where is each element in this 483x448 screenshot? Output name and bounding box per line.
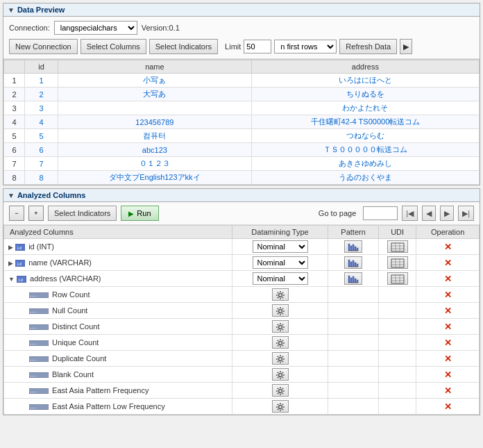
delete-icon[interactable]: ✕ [444, 322, 452, 332]
sub-row-type [232, 367, 328, 383]
sub-gear-button[interactable] [272, 400, 289, 413]
sub-row-udi [379, 287, 416, 303]
page-input[interactable] [363, 206, 398, 220]
connection-row: Connection: langspecialchars Version:0.1 [9, 21, 474, 35]
delete-icon[interactable]: ✕ [444, 385, 452, 396]
sub-gear-button[interactable] [272, 336, 289, 349]
sub-row-type [232, 383, 328, 399]
select-indicators-analyzed-button[interactable]: Select Indicators [48, 206, 117, 221]
delete-icon[interactable]: ✕ [444, 290, 452, 300]
delete-icon[interactable]: ✕ [444, 338, 452, 348]
analyzed-col-op: ✕ [416, 271, 480, 287]
panel-collapse-icon[interactable]: ▼ [8, 6, 15, 14]
rows-select[interactable]: n first rows [274, 40, 337, 53]
cell-id: 6 [25, 143, 58, 157]
table-row: 1 1 小写ぁ いろはにほへと [4, 74, 480, 88]
analyzed-col-udi[interactable] [379, 271, 416, 287]
sub-row-op: ✕ [416, 303, 480, 319]
svg-rect-18 [355, 263, 356, 267]
analyzed-col-pattern[interactable] [328, 239, 379, 255]
sub-row-udi [379, 319, 416, 335]
table-row: 8 8 ダ中文ブEnglish123アkkイ うゐのおくやま [4, 171, 480, 185]
analyzed-col-udi[interactable] [379, 255, 416, 271]
table-row: 7 7 ０１２３ あきさゆめみし [4, 157, 480, 171]
analyzed-collapse-icon[interactable]: ▼ [8, 192, 15, 199]
cell-address: つねならむ [251, 129, 479, 143]
delete-icon[interactable]: ✕ [444, 306, 452, 316]
analyzed-type-header: Datamining Type [232, 226, 328, 239]
delete-col-icon[interactable]: ✕ [444, 274, 452, 284]
sub-row-op: ✕ [416, 383, 480, 399]
analyzed-col-pattern[interactable] [328, 255, 379, 271]
svg-rect-6 [357, 248, 358, 251]
svg-rect-34 [391, 275, 404, 283]
analyzed-sub-row: ~~~ East Asia Pattern Low Frequency ✕ [4, 399, 480, 415]
collapse-all-button[interactable]: − [9, 206, 24, 221]
col-display-name: address (VARCHAR) [30, 274, 101, 283]
sub-row-label: Distinct Count [52, 322, 99, 331]
analyzed-col-udi[interactable] [379, 239, 416, 255]
sub-gear-button[interactable] [272, 304, 289, 317]
col-display-name: name (VARCHAR) [28, 258, 92, 267]
run-button[interactable]: ▶ Run [121, 206, 158, 221]
pattern-button[interactable] [344, 240, 362, 253]
delete-icon[interactable]: ✕ [444, 354, 452, 364]
nav-first-button[interactable]: |◀ [402, 206, 418, 221]
select-columns-button[interactable]: Select Columns [80, 39, 146, 54]
cell-id: 2 [25, 88, 58, 101]
cell-name: 大写あ [58, 88, 252, 101]
sub-row-udi [379, 367, 416, 383]
svg-rect-30 [353, 276, 354, 283]
sub-gear-button[interactable] [272, 384, 289, 397]
pattern-button[interactable] [344, 256, 362, 269]
cell-address: うゐのおくやま [251, 171, 479, 185]
delete-col-icon[interactable]: ✕ [444, 242, 452, 252]
svg-point-59 [278, 390, 282, 393]
type-select[interactable]: Nominal Continuous [253, 256, 308, 269]
sub-row-op: ✕ [416, 335, 480, 351]
sub-row-op: ✕ [416, 319, 480, 335]
sub-gear-button[interactable] [272, 288, 289, 301]
udi-button[interactable] [387, 240, 408, 253]
extra-button[interactable]: ▶ [400, 39, 412, 54]
svg-text:~~~: ~~~ [30, 358, 36, 362]
refresh-button[interactable]: Refresh Data [339, 39, 397, 54]
svg-rect-3 [350, 246, 352, 251]
delete-icon[interactable]: ✕ [444, 370, 452, 380]
run-play-icon: ▶ [128, 210, 134, 217]
analyzed-col-header: Analyzed Columns [4, 226, 232, 239]
version-label: Version:0.1 [142, 24, 180, 32]
sub-row-udi [379, 351, 416, 367]
top-section: Connection: langspecialchars Version:0.1… [3, 17, 480, 59]
analyzed-col-pattern[interactable] [328, 271, 379, 287]
type-select[interactable]: Nominal Continuous [253, 240, 308, 253]
pattern-button[interactable] [344, 272, 362, 285]
expand-all-button[interactable]: + [28, 206, 44, 221]
limit-input[interactable] [244, 40, 271, 53]
sub-row-name: ~~~ Null Count [4, 303, 232, 319]
cell-id: 1 [25, 74, 58, 88]
svg-text:~~~: ~~~ [30, 374, 36, 378]
analyzed-header-row: Analyzed Columns Datamining Type Pattern… [4, 226, 480, 239]
new-connection-button[interactable]: New Connection [9, 39, 78, 54]
delete-col-icon[interactable]: ✕ [444, 258, 452, 268]
nav-next-button[interactable]: ▶ [440, 206, 454, 221]
sub-gear-button[interactable] [272, 320, 289, 333]
udi-button[interactable] [387, 272, 408, 285]
sub-row-type [232, 287, 328, 303]
sub-gear-button[interactable] [272, 352, 289, 365]
row-number: 2 [4, 88, 25, 101]
nav-prev-button[interactable]: ◀ [422, 206, 436, 221]
sub-row-op: ✕ [416, 367, 480, 383]
expand-icon[interactable]: ▶ [8, 260, 13, 267]
udi-button[interactable] [387, 256, 408, 269]
expand-icon[interactable]: ▶ [8, 244, 13, 251]
expand-icon[interactable]: ▼ [8, 276, 15, 283]
nav-last-button[interactable]: ▶| [458, 206, 474, 221]
svg-text:id: id [18, 277, 24, 282]
select-indicators-button-top[interactable]: Select Indicators [149, 39, 218, 54]
type-select[interactable]: Nominal Continuous [253, 272, 308, 285]
delete-icon[interactable]: ✕ [444, 401, 452, 412]
sub-gear-button[interactable] [272, 368, 289, 381]
connection-select[interactable]: langspecialchars [54, 21, 137, 35]
